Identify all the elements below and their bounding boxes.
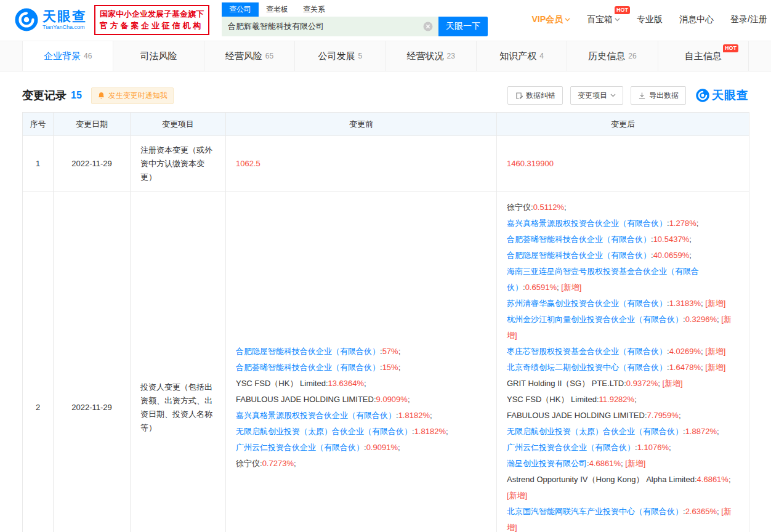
- tianyancha-logo[interactable]: 天眼查 TianYanCha.com: [15, 8, 87, 31]
- change-value: 0.5112: [533, 203, 557, 212]
- change-entry: 合肥隐屋智能科技合伙企业（有限合伙）:40.0659%;: [507, 248, 739, 264]
- nav-tab[interactable]: 知识产权4: [477, 41, 567, 71]
- tianyancha-watermark-icon: [696, 89, 709, 102]
- search-input[interactable]: [222, 17, 438, 36]
- section-header: 变更记录 15 发生变更时通知我 数据纠错变更项目导出数据 天眼查: [22, 86, 749, 105]
- nav-tab[interactable]: 司法风险: [113, 41, 204, 71]
- search-tab[interactable]: 查老板: [259, 2, 296, 17]
- change-value: 10.5437: [653, 235, 682, 244]
- top-header: 天眼查 TianYanCha.com 国家中小企业发展子基金旗下 官方备案企业征…: [0, 0, 771, 39]
- search-tab[interactable]: 查公司: [222, 2, 259, 17]
- nav-tab-label: 公司发展: [318, 50, 355, 62]
- company-link[interactable]: 合肥隐屋智能科技合伙企业（有限合伙）: [507, 251, 651, 260]
- company-link[interactable]: 嘉兴真格景源股权投资合伙企业（有限合伙）: [507, 219, 667, 228]
- edit-icon: [515, 92, 523, 100]
- login-register[interactable]: 登录/注册: [730, 14, 767, 25]
- company-link[interactable]: 苏州清睿华赢创业投资合伙企业（有限合伙）: [507, 299, 667, 308]
- change-value: 1.6478: [669, 363, 694, 372]
- download-icon: [638, 92, 646, 100]
- change-item-filter-button[interactable]: 变更项目: [570, 86, 623, 105]
- hot-badge: HOT: [615, 6, 630, 14]
- nav-tab[interactable]: 自主信息HOT: [658, 41, 749, 71]
- change-value: 1.8872: [685, 427, 710, 436]
- change-entry: 北京国汽智能网联汽车产业投资中心（有限合伙）:2.6365%; [新增]: [507, 504, 739, 532]
- company-name: FABULOUS JADE HOLDING LIMITED: [507, 411, 645, 420]
- change-entry: 瀚星创业投资有限公司:4.6861%; [新增]: [507, 456, 739, 472]
- change-entry: 无限启航创业投资（太原）合伙企业（有限合伙）:1.8872%;: [507, 424, 739, 440]
- change-after-cell: 徐宁仪:0.5112%;嘉兴真格景源股权投资合伙企业（有限合伙）:1.278%;…: [497, 192, 749, 532]
- company-link[interactable]: 合肥荟晞智能科技合伙企业（有限合伙）: [236, 363, 380, 372]
- message-center[interactable]: 消息中心: [679, 14, 714, 25]
- nav-tab-count: 5: [358, 52, 362, 60]
- change-value: 1460.319900: [507, 159, 554, 168]
- new-tag: [新增]: [507, 491, 527, 500]
- menu-item-label: 专业版: [637, 14, 663, 25]
- company-link[interactable]: 杭州金沙江初向量创业投资合伙企业（有限合伙）: [507, 315, 683, 324]
- change-value: 0.7273: [262, 459, 287, 468]
- change-item-cell: 注册资本变更（或外资中方认缴资本变更）: [131, 136, 226, 192]
- change-entry: 合肥隐屋智能科技合伙企业（有限合伙）:57%;: [236, 344, 486, 360]
- search-tabs: 查公司查老板查关系: [222, 3, 488, 17]
- nav-tab[interactable]: 经营状况23: [386, 41, 477, 71]
- company-link[interactable]: 广州云仁投资合伙企业（有限合伙）: [236, 443, 364, 452]
- nav-tab-label: 历史信息: [588, 50, 625, 62]
- change-value: 1.8182: [414, 427, 439, 436]
- change-records-table: 序号变更日期变更项目变更前变更后 12022-11-29注册资本变更（或外资中方…: [22, 112, 749, 532]
- cert-line2: 官方备案企业征信机构: [100, 20, 204, 32]
- company-link[interactable]: 广州云仁投资合伙企业（有限合伙）: [507, 443, 635, 452]
- company-link[interactable]: 枣庄芯智股权投资基金合伙企业（有限合伙）: [507, 347, 667, 356]
- company-link[interactable]: 北京奇绩创坛二期创业投资中心（有限合伙）: [507, 363, 667, 372]
- nav-tab-count: 23: [447, 52, 455, 60]
- nav-tab[interactable]: 企业背景46: [22, 41, 113, 71]
- company-name: GRIT Holding II（SG） PTE.LTD: [507, 379, 624, 388]
- nav-tab[interactable]: 公司发展5: [295, 41, 386, 71]
- company-link[interactable]: 北京国汽智能网联汽车产业投资中心（有限合伙）: [507, 507, 683, 516]
- table-header-cell: 序号: [23, 113, 54, 136]
- row-number-cell: 1: [23, 136, 54, 192]
- company-link[interactable]: 合肥隐屋智能科技合伙企业（有限合伙）: [236, 347, 380, 356]
- nav-tab[interactable]: 历史信息26: [567, 41, 658, 71]
- notify-badge[interactable]: 发生变更时通知我: [91, 87, 174, 104]
- change-value: 0.9372: [626, 379, 651, 388]
- company-name: YSC FSD（HK） Limited: [507, 395, 597, 404]
- nav-tab[interactable]: 经营风险65: [204, 41, 295, 71]
- data-correction-button[interactable]: 数据纠错: [507, 86, 563, 105]
- main-content: 变更记录 15 发生变更时通知我 数据纠错变更项目导出数据 天眼查 序号变更日期…: [0, 86, 771, 532]
- header-right-menu: VIP会员百宝箱HOT专业版消息中心登录/注册: [532, 14, 771, 25]
- export-data-button[interactable]: 导出数据: [631, 86, 686, 105]
- company-link[interactable]: 合肥荟晞智能科技合伙企业（有限合伙）: [507, 235, 651, 244]
- row-number-cell: 2: [23, 192, 54, 532]
- new-tag: [新增]: [703, 347, 726, 356]
- company-link[interactable]: 瀚星创业投资有限公司: [507, 459, 587, 468]
- change-value: 1.278: [669, 219, 690, 228]
- change-date-cell: 2022-11-29: [54, 136, 131, 192]
- search-tab[interactable]: 查关系: [296, 2, 333, 17]
- change-after-cell: 1460.319900: [497, 136, 749, 192]
- company-link[interactable]: 无限启航创业投资（太原）合伙企业（有限合伙）: [236, 427, 412, 436]
- pro-version[interactable]: 专业版: [637, 14, 663, 25]
- change-value: 9.0909: [376, 395, 401, 404]
- caret-down-icon: [610, 94, 616, 97]
- toolbar: 数据纠错变更项目导出数据: [507, 86, 686, 105]
- change-value: 1.3183: [669, 299, 694, 308]
- search-button[interactable]: 天眼一下: [438, 17, 488, 36]
- change-value: 0.6591: [525, 283, 550, 292]
- nav-tab-count: 4: [539, 52, 544, 60]
- change-value: 15: [382, 363, 391, 372]
- change-entry: 徐宁仪:0.5112%;: [507, 200, 739, 216]
- logo-sub-text: TianYanCha.com: [42, 24, 87, 30]
- change-entry: 1062.5: [236, 156, 486, 172]
- logo-text: 天眼查 TianYanCha.com: [42, 9, 87, 30]
- nav-tab-label: 经营状况: [407, 50, 444, 62]
- table-header-cell: 变更项目: [131, 113, 226, 136]
- table-header-cell: 变更日期: [54, 113, 131, 136]
- company-link[interactable]: 嘉兴真格景源股权投资合伙企业（有限合伙）: [236, 411, 396, 420]
- menu-item-label: VIP会员: [532, 14, 563, 25]
- section-title: 变更记录: [22, 88, 67, 103]
- change-entry: 广州云仁投资合伙企业（有限合伙）:0.9091%;: [236, 440, 486, 456]
- search-row: 天眼一下: [222, 17, 488, 36]
- vip-member[interactable]: VIP会员: [532, 14, 571, 25]
- company-link[interactable]: 无限启航创业投资（太原）合伙企业（有限合伙）: [507, 427, 683, 436]
- treasure-box[interactable]: 百宝箱HOT: [587, 14, 620, 25]
- clear-search-icon[interactable]: [423, 22, 433, 31]
